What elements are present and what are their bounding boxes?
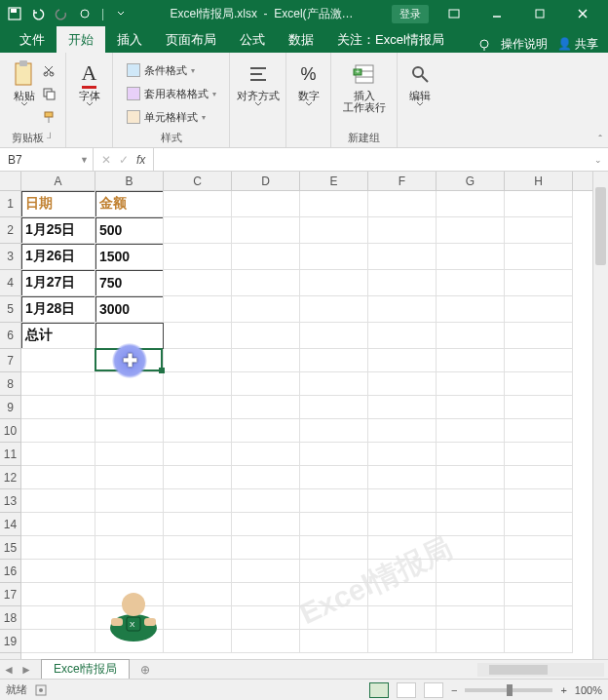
font-button[interactable]: A 字体 [76,60,103,107]
cell[interactable] [437,606,505,630]
cell[interactable] [232,583,300,606]
sheet-tab[interactable]: Excel情报局 [41,659,130,681]
cell[interactable] [21,583,95,606]
column-header[interactable]: F [368,172,437,190]
cell[interactable] [300,349,368,372]
redo-button[interactable] [51,3,72,24]
row-headers[interactable]: 12345678910111213141516171819 [0,191,21,659]
cell[interactable] [437,191,505,217]
cell[interactable] [232,244,300,270]
data-cell[interactable]: 日期 [21,191,95,217]
cell[interactable] [437,323,505,349]
cell[interactable] [164,606,232,630]
cell[interactable] [164,419,232,443]
cell[interactable] [164,583,232,606]
cell[interactable] [300,244,368,270]
cell[interactable] [300,191,368,217]
cell[interactable] [300,489,368,513]
cell[interactable] [95,513,164,536]
row-header[interactable]: 2 [0,217,20,244]
alignment-button[interactable]: 对齐方式 [237,60,280,107]
column-header[interactable]: G [437,172,505,190]
qat-customize[interactable] [110,3,132,24]
cell[interactable] [21,513,95,536]
cell[interactable] [300,372,368,396]
column-headers[interactable]: ABCDEFGH [21,172,592,191]
cell[interactable] [437,489,505,513]
cell[interactable] [21,466,95,489]
cell[interactable] [95,560,164,583]
cell[interactable] [437,372,505,396]
cell[interactable] [300,606,368,630]
cell[interactable] [505,396,573,419]
zoom-slider[interactable] [465,688,552,692]
select-all-corner[interactable] [0,172,21,191]
cell[interactable] [21,630,95,653]
column-header[interactable]: A [21,172,95,190]
collapse-ribbon-button[interactable]: ˆ [598,134,602,145]
cell[interactable] [232,630,300,653]
cell[interactable] [21,536,95,560]
cell[interactable] [164,560,232,583]
copy-button[interactable] [42,84,56,103]
cell[interactable] [300,443,368,466]
cell[interactable] [300,296,368,323]
cell[interactable] [368,372,437,396]
cell[interactable] [300,513,368,536]
row-header[interactable]: 15 [0,536,20,560]
ribbon-display-button[interactable] [433,0,475,27]
cell[interactable] [368,323,437,349]
view-page-break-button[interactable] [424,682,443,698]
cell[interactable] [164,191,232,217]
row-header[interactable]: 3 [0,244,20,270]
share-button[interactable]: 👤 共享 [557,36,598,53]
data-cell[interactable]: 金额 [95,191,164,217]
tab-insert[interactable]: 插入 [105,26,154,53]
macro-record-icon[interactable] [35,684,47,696]
cell[interactable] [300,466,368,489]
cell[interactable] [437,466,505,489]
new-sheet-button[interactable]: ⊕ [135,663,155,677]
tab-page-layout[interactable]: 页面布局 [154,26,228,53]
cell[interactable] [437,583,505,606]
cell[interactable] [300,323,368,349]
cell[interactable] [505,349,573,372]
row-header[interactable]: 10 [0,419,20,443]
cell[interactable] [437,396,505,419]
row-header[interactable]: 16 [0,560,20,583]
cell[interactable] [95,419,164,443]
clipboard-dialog-launcher[interactable]: ┘ [47,133,54,143]
data-cell[interactable]: 750 [95,270,164,296]
cell[interactable] [164,217,232,244]
cell[interactable] [437,244,505,270]
cell[interactable] [505,270,573,296]
cell[interactable] [95,396,164,419]
cell[interactable] [368,536,437,560]
data-cell[interactable]: 1500 [95,244,164,270]
row-header[interactable]: 17 [0,583,20,606]
cell[interactable] [232,296,300,323]
paste-button[interactable]: 粘贴 [11,60,38,107]
tab-data[interactable]: 数据 [277,26,325,53]
cell[interactable] [95,536,164,560]
row-header[interactable]: 9 [0,396,20,419]
data-cell[interactable]: 500 [95,217,164,244]
cell[interactable] [368,349,437,372]
sign-in-button[interactable]: 登录 [392,5,429,23]
cell[interactable] [300,536,368,560]
cell[interactable] [164,489,232,513]
data-cell[interactable]: 1月25日 [21,217,95,244]
fx-button[interactable]: fx [136,153,145,167]
cell[interactable] [505,536,573,560]
cell[interactable] [232,217,300,244]
vertical-scrollbar[interactable] [592,172,608,659]
cell[interactable] [21,489,95,513]
minimize-button[interactable] [475,0,518,27]
tab-attention[interactable]: 关注：Excel情报局 [325,26,456,53]
format-as-table-button[interactable]: 套用表格格式 ▾ [127,84,216,103]
cell[interactable] [437,217,505,244]
sheet-nav-next[interactable]: ► [18,663,35,677]
tab-formulas[interactable]: 公式 [228,26,277,53]
cell[interactable] [505,583,573,606]
cell[interactable] [232,536,300,560]
